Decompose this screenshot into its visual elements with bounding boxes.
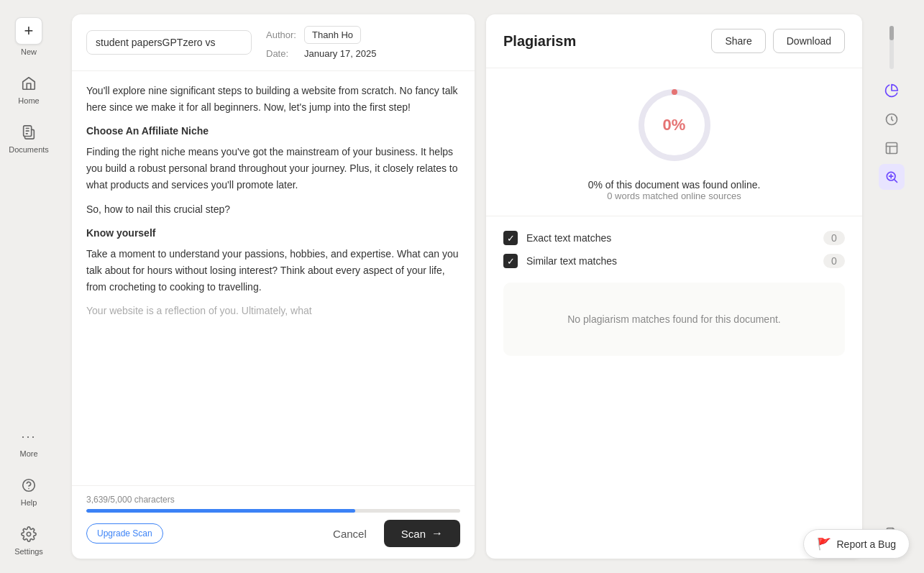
plag-main-stat: 0% of this document was found online. xyxy=(503,179,845,191)
matches-section: ✓ Exact text matches 0 ✓ Similar text ma… xyxy=(503,231,845,268)
date-label: Date: xyxy=(266,48,298,59)
plag-body: 0% 0% of this document was found online.… xyxy=(486,68,862,559)
similar-match-count: 0 xyxy=(823,254,845,268)
cancel-button[interactable]: Cancel xyxy=(324,522,375,546)
similar-match-row: ✓ Similar text matches 0 xyxy=(503,254,845,268)
plag-sub-stat: 0 words matched online sources xyxy=(503,191,845,201)
sidebar-documents-label: Documents xyxy=(9,145,49,154)
help-icon xyxy=(19,475,39,495)
settings-icon xyxy=(19,524,39,544)
plag-header: Plagiarism Share Download xyxy=(486,14,862,68)
right-icon-doc-search[interactable] xyxy=(879,164,905,190)
sidebar-item-settings[interactable]: Settings xyxy=(4,518,54,561)
date-value: January 17, 2025 xyxy=(304,48,376,59)
doc-meta: Author: Thanh Ho Date: January 17, 2025 xyxy=(266,26,376,59)
sidebar-home-label: Home xyxy=(18,96,39,105)
sidebar-item-new[interactable]: + New xyxy=(4,12,54,62)
no-matches-box: No plagiarism matches found for this doc… xyxy=(503,283,845,356)
report-bug-button[interactable]: 🚩 Report a Bug xyxy=(803,529,910,559)
plag-header-buttons: Share Download xyxy=(711,29,845,53)
right-icon-circle[interactable] xyxy=(879,106,905,132)
bug-icon: 🚩 xyxy=(817,537,831,551)
plagiarism-panel: Plagiarism Share Download 0% 0% of this … xyxy=(486,14,862,559)
scrollbar-thumb xyxy=(889,26,894,40)
doc-title-input[interactable] xyxy=(86,30,252,55)
exact-match-label: Exact text matches xyxy=(526,232,815,244)
exact-match-row: ✓ Exact text matches 0 xyxy=(503,231,845,245)
doc-panel: Author: Thanh Ho Date: January 17, 2025 … xyxy=(72,14,475,559)
svg-rect-7 xyxy=(887,143,897,154)
circle-section: 0% xyxy=(503,86,845,165)
doc-footer-actions: Upgrade Scan Cancel Scan → xyxy=(86,520,460,547)
scan-arrow-icon: → xyxy=(431,527,443,540)
sidebar-settings-label: Settings xyxy=(14,547,43,556)
similar-match-label: Similar text matches xyxy=(526,255,815,267)
svg-point-3 xyxy=(27,532,31,536)
right-icon-bar xyxy=(874,14,910,559)
plag-stats: 0% of this document was found online. 0 … xyxy=(503,179,845,201)
no-matches-text: No plagiarism matches found for this doc… xyxy=(567,313,780,325)
sidebar-new-label: New xyxy=(21,47,37,56)
scan-label: Scan xyxy=(401,528,426,540)
sidebar: + New Home Documents ··· More xyxy=(0,0,58,573)
download-button[interactable]: Download xyxy=(773,29,845,53)
right-scrollbar[interactable] xyxy=(889,26,894,69)
sidebar-item-help[interactable]: Help xyxy=(4,469,54,513)
doc-header: Author: Thanh Ho Date: January 17, 2025 xyxy=(72,14,475,71)
svg-line-9 xyxy=(895,180,897,183)
home-icon xyxy=(19,73,39,93)
checkmark-icon-2: ✓ xyxy=(507,257,515,266)
author-label: Author: xyxy=(266,29,298,40)
plus-icon: + xyxy=(15,17,42,45)
svg-point-1 xyxy=(23,480,35,492)
plag-title: Plagiarism xyxy=(503,33,576,50)
scan-button[interactable]: Scan → xyxy=(384,520,460,547)
exact-match-count: 0 xyxy=(823,231,845,245)
more-icon: ··· xyxy=(19,426,39,446)
plag-divider xyxy=(486,216,862,216)
doc-body[interactable]: You'll explore nine significant steps to… xyxy=(72,71,475,485)
sidebar-item-documents[interactable]: Documents xyxy=(4,116,54,160)
plagiarism-percent: 0% xyxy=(663,116,686,134)
doc-footer: 3,639/5,000 characters Upgrade Scan Canc… xyxy=(72,485,475,559)
plagiarism-circle: 0% xyxy=(635,86,714,165)
documents-icon xyxy=(19,122,39,142)
author-value: Thanh Ho xyxy=(304,26,361,44)
upgrade-scan-button[interactable]: Upgrade Scan xyxy=(86,523,163,544)
author-row: Author: Thanh Ho xyxy=(266,26,376,44)
report-bug-label: Report a Bug xyxy=(837,538,897,550)
main-content: Author: Thanh Ho Date: January 17, 2025 … xyxy=(58,0,924,573)
progress-bar-fill xyxy=(86,509,355,513)
share-button[interactable]: Share xyxy=(711,29,765,53)
progress-bar xyxy=(86,509,460,513)
checkmark-icon: ✓ xyxy=(507,234,515,243)
exact-match-checkbox[interactable]: ✓ xyxy=(503,231,518,245)
right-icon-pie[interactable] xyxy=(879,78,905,104)
right-icon-chart[interactable] xyxy=(879,135,905,161)
sidebar-more-label: More xyxy=(19,449,37,458)
date-row: Date: January 17, 2025 xyxy=(266,48,376,59)
char-count: 3,639/5,000 characters xyxy=(86,495,460,505)
sidebar-help-label: Help xyxy=(21,498,37,507)
sidebar-item-more[interactable]: ··· More xyxy=(4,421,54,464)
similar-match-checkbox[interactable]: ✓ xyxy=(503,254,518,268)
sidebar-item-home[interactable]: Home xyxy=(4,68,54,111)
